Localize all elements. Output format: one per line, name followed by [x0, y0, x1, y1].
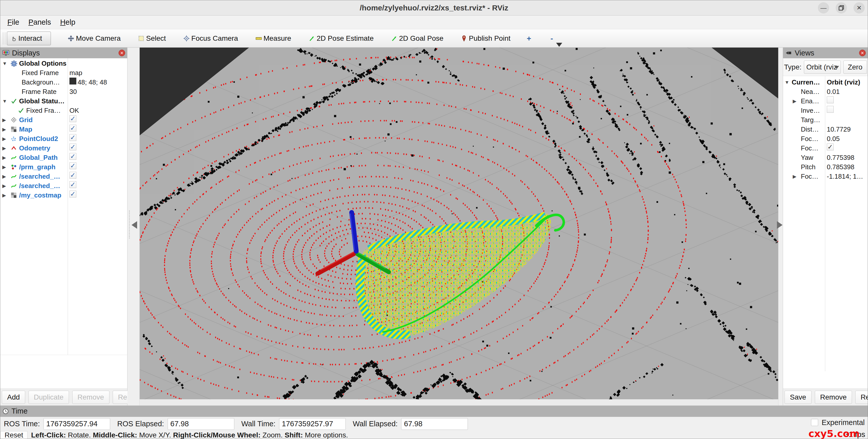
views-close-icon[interactable]: ✕: [859, 50, 866, 56]
views-save-button[interactable]: Save: [784, 391, 811, 404]
tree-value[interactable]: 0.01: [827, 87, 840, 96]
time-panel-header[interactable]: Time: [0, 406, 868, 417]
tree-value[interactable]: map: [69, 68, 83, 78]
experimental-checkbox[interactable]: [811, 419, 818, 426]
expander-right-icon[interactable]: ▶: [2, 144, 6, 153]
zero-button[interactable]: Zero: [843, 61, 867, 74]
displays-close-icon[interactable]: ✕: [119, 50, 125, 56]
menu-help[interactable]: Help: [57, 18, 79, 27]
views-row[interactable]: Foc…0.05: [783, 134, 868, 144]
displays-add-button[interactable]: Add: [2, 391, 25, 404]
expander-right-icon[interactable]: ▶: [2, 181, 6, 191]
close-button[interactable]: ✕: [854, 2, 865, 13]
tree-value[interactable]: 0.785398: [827, 163, 854, 172]
row-checkbox[interactable]: ✓: [69, 181, 76, 188]
expander-right-icon[interactable]: ▶: [2, 115, 6, 125]
row-checkbox[interactable]: ✓: [69, 191, 76, 198]
expander-right-icon[interactable]: ▶: [793, 96, 797, 106]
displays-row[interactable]: ▶PointCloud2✓: [0, 134, 127, 144]
menu-panels[interactable]: Panels: [25, 18, 55, 27]
views-row[interactable]: ▶Ena…: [783, 96, 868, 106]
row-checkbox[interactable]: [827, 96, 834, 103]
expander-right-icon[interactable]: ▶: [793, 172, 797, 181]
views-row[interactable]: ▶Foc…-1.1814; 1…: [783, 172, 868, 181]
tool-publish-point[interactable]: Publish Point: [457, 32, 514, 45]
displays-row[interactable]: ▶/searched_…✓: [0, 181, 127, 191]
displays-row[interactable]: ▶Grid✓: [0, 115, 127, 125]
collapse-right-icon[interactable]: [777, 221, 782, 229]
toolbar-handle[interactable]: [3, 33, 5, 44]
time-field-input[interactable]: 67.98: [168, 418, 234, 430]
row-checkbox[interactable]: [827, 106, 834, 113]
row-checkbox[interactable]: ✓: [827, 144, 834, 150]
row-checkbox[interactable]: ✓: [69, 134, 76, 141]
displays-row[interactable]: ▶Global_Path✓: [0, 153, 127, 163]
displays-row[interactable]: ▼Global Statu…: [0, 96, 127, 106]
menu-file[interactable]: File: [4, 18, 23, 27]
row-checkbox[interactable]: ✓: [69, 115, 76, 122]
expander-down-icon[interactable]: ▼: [2, 59, 7, 68]
views-row[interactable]: Dist…10.7729: [783, 125, 868, 134]
tree-value[interactable]: 30: [69, 87, 77, 96]
displays-row[interactable]: ▼Global Options: [0, 59, 127, 68]
expander-right-icon[interactable]: ▶: [2, 172, 6, 181]
views-row[interactable]: Targ…: [783, 115, 868, 125]
right-splitter[interactable]: [778, 48, 783, 405]
displays-row[interactable]: ▶/my_costmap✓: [0, 191, 127, 200]
displays-duplicate-button[interactable]: Duplicate: [29, 391, 69, 404]
displays-row[interactable]: ▶Odometry✓: [0, 144, 127, 153]
expander-right-icon[interactable]: ▶: [2, 191, 6, 200]
add-tool-button[interactable]: +: [524, 33, 534, 44]
views-remove-button[interactable]: Remove: [815, 391, 852, 404]
row-checkbox[interactable]: ✓: [69, 125, 76, 131]
expander-right-icon[interactable]: ▶: [2, 163, 6, 172]
expander-down-icon[interactable]: ▼: [784, 78, 789, 87]
row-checkbox[interactable]: ✓: [69, 172, 76, 179]
displays-row[interactable]: ▶/prm_graph✓: [0, 163, 127, 172]
views-rename-button[interactable]: Rename: [855, 391, 868, 404]
tool-focus-camera[interactable]: Focus Camera: [180, 32, 242, 45]
tool-move-camera[interactable]: Move Camera: [64, 32, 124, 45]
views-row[interactable]: Foc…✓: [783, 144, 868, 153]
displays-row[interactable]: Backgroun…48; 48; 48: [0, 78, 127, 87]
views-row[interactable]: ▼Curren…Orbit (rviz): [783, 78, 868, 87]
row-checkbox[interactable]: ✓: [69, 153, 76, 160]
time-field-input[interactable]: 1767359257.94: [43, 418, 110, 430]
remove-tool-button[interactable]: -: [548, 33, 556, 44]
displays-row[interactable]: ▶Map✓: [0, 125, 127, 134]
views-row[interactable]: Nea…0.01: [783, 87, 868, 96]
tree-value[interactable]: 10.7729: [827, 125, 851, 134]
tool-menu-caret-icon[interactable]: [556, 43, 562, 47]
displays-row[interactable]: Frame Rate30: [0, 87, 127, 96]
render-viewport[interactable]: [140, 48, 778, 399]
views-tree[interactable]: ▼Curren…Orbit (rviz)Nea…0.01▶Ena…Inve…Ta…: [783, 76, 868, 389]
row-checkbox[interactable]: ✓: [69, 144, 76, 150]
views-row[interactable]: Pitch0.785398: [783, 163, 868, 172]
reset-button[interactable]: Reset: [0, 431, 28, 439]
expander-right-icon[interactable]: ▶: [2, 153, 6, 163]
title-bar[interactable]: /home/zylyehuo/.rviz2/xs_test.rviz* - RV…: [0, 0, 868, 16]
row-checkbox[interactable]: ✓: [69, 163, 76, 169]
displays-panel-header[interactable]: Displays ✕: [0, 48, 127, 58]
collapse-left-icon[interactable]: [131, 221, 137, 229]
tree-value[interactable]: -1.1814; 1…: [827, 172, 863, 181]
displays-row[interactable]: Fixed Fra…OK: [0, 106, 127, 115]
expander-down-icon[interactable]: ▼: [2, 96, 7, 106]
time-field-input[interactable]: 1767359257.97: [279, 418, 346, 430]
minimize-button[interactable]: ―: [818, 2, 829, 13]
expander-right-icon[interactable]: ▶: [2, 134, 6, 144]
views-row[interactable]: Yaw0.775398: [783, 153, 868, 163]
color-swatch[interactable]: [69, 78, 76, 85]
displays-tree[interactable]: ▼Global OptionsFixed FramemapBackgroun…4…: [0, 58, 127, 389]
displays-remove-button[interactable]: Remove: [72, 391, 110, 404]
tool-pose-estimate[interactable]: 2D Pose Estimate: [305, 32, 377, 45]
tree-value[interactable]: Orbit (rviz): [827, 78, 860, 87]
views-panel-header[interactable]: Views ✕: [783, 48, 868, 58]
view-type-select[interactable]: Orbit (rviz: [804, 61, 841, 74]
maximize-button[interactable]: [836, 2, 847, 13]
tool-select[interactable]: Select: [134, 32, 169, 45]
time-field-input[interactable]: 67.98: [401, 418, 468, 430]
tool-measure[interactable]: Measure: [252, 32, 295, 45]
displays-row[interactable]: Fixed Framemap: [0, 68, 127, 78]
views-row[interactable]: Inve…: [783, 106, 868, 115]
